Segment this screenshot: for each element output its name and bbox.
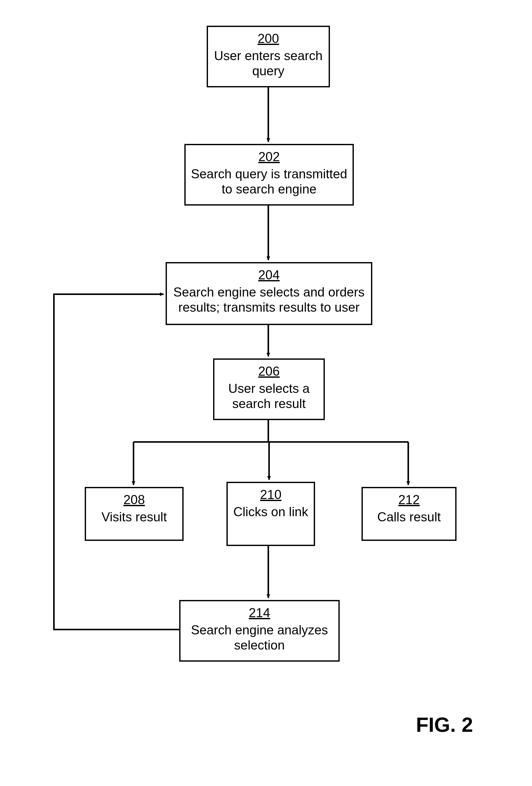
box-206-num: 206 <box>258 364 280 378</box>
box-200-num: 200 <box>258 31 279 46</box>
box-206-text: User selects a search result <box>220 381 318 411</box>
box-212: 212 Calls result <box>362 487 457 541</box>
box-200-text: User enters search query <box>213 48 323 78</box>
box-210: 210 Clicks on link <box>226 482 315 546</box>
box-200: 200 User enters search query <box>207 26 330 87</box>
box-204-num: 204 <box>258 268 280 282</box>
figure-label: FIG. 2 <box>416 713 473 737</box>
box-208-num: 208 <box>123 493 145 507</box>
box-210-num: 210 <box>260 488 282 502</box>
box-212-num: 212 <box>398 493 419 507</box>
box-208: 208 Visits result <box>85 487 184 541</box>
box-204: 204 Search engine selects and orders res… <box>166 262 372 325</box>
box-202-text: Search query is transmitted to search en… <box>191 166 347 197</box>
box-204-text: Search engine selects and orders results… <box>172 285 366 315</box>
box-206: 206 User selects a search result <box>213 359 325 420</box>
box-212-text: Calls result <box>377 510 441 525</box>
box-208-text: Visits result <box>101 510 167 525</box>
box-214-text: Search engine analyzes selection <box>186 623 333 653</box>
box-202: 202 Search query is transmitted to searc… <box>184 144 354 206</box>
box-202-num: 202 <box>258 150 280 164</box>
box-214-num: 214 <box>249 606 270 620</box>
flowchart-page: 200 User enters search query 202 Search … <box>0 0 532 786</box>
box-214: 214 Search engine analyzes selection <box>179 600 340 662</box>
box-210-text: Clicks on link <box>234 504 308 519</box>
arrow-214-204-feedback <box>54 294 179 629</box>
